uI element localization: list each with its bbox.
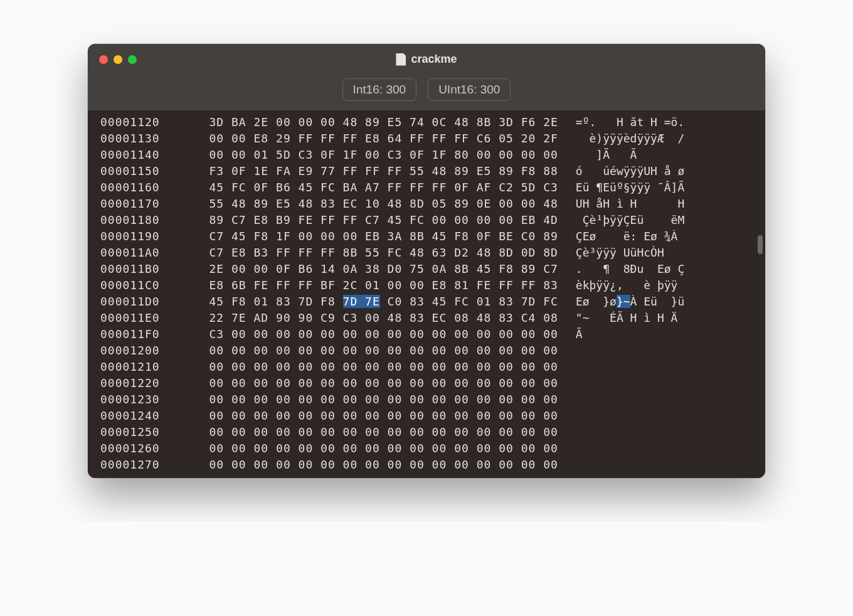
hex-row[interactable]: 00001180 89 C7 E8 B9 FE FF FF C7 45 FC 0… <box>100 212 753 228</box>
ascii-column[interactable]: Çè³ÿÿÿ UüHcÒH <box>576 245 684 261</box>
hex-bytes[interactable]: 00 00 00 00 00 00 00 00 00 00 00 00 00 0… <box>187 457 558 473</box>
ascii-column[interactable]: Ã <box>576 326 684 343</box>
int16-pill[interactable]: Int16: 300 <box>342 78 417 101</box>
hex-row[interactable]: 000011B0 2E 00 00 0F B6 14 0A 38 D0 75 0… <box>100 261 753 277</box>
hex-row[interactable]: 000011F0 C3 00 00 00 00 00 00 00 00 00 0… <box>100 326 753 343</box>
close-button[interactable] <box>99 55 108 64</box>
address: 000011B0 <box>100 261 187 277</box>
ascii-column[interactable]: ]Ã Ã <box>576 147 684 163</box>
ascii-column[interactable] <box>576 424 684 440</box>
address: 000011E0 <box>100 310 187 326</box>
hex-row[interactable]: 000011A0 C7 E8 B3 FF FF FF 8B 55 FC 48 6… <box>100 245 753 261</box>
file-icon <box>396 53 406 66</box>
hex-row[interactable]: 00001140 00 00 01 5D C3 0F 1F 00 C3 0F 1… <box>100 147 753 163</box>
hex-bytes[interactable]: 45 F8 01 83 7D F8 7D 7E C0 83 45 FC 01 8… <box>187 294 558 310</box>
hex-bytes[interactable]: C3 00 00 00 00 00 00 00 00 00 00 00 00 0… <box>187 326 558 343</box>
address: 00001260 <box>100 440 187 457</box>
hex-bytes[interactable]: C7 E8 B3 FF FF FF 8B 55 FC 48 63 D2 48 8… <box>187 245 558 261</box>
info-bar: Int16: 300 UInt16: 300 <box>342 78 511 101</box>
ascii-column[interactable] <box>576 375 684 391</box>
hex-bytes[interactable]: 00 00 00 00 00 00 00 00 00 00 00 00 00 0… <box>187 424 558 440</box>
hex-bytes[interactable]: 89 C7 E8 B9 FE FF FF C7 45 FC 00 00 00 0… <box>187 212 558 228</box>
ascii-column[interactable] <box>576 440 684 457</box>
address: 000011D0 <box>100 294 187 310</box>
address: 00001170 <box>100 196 187 212</box>
ascii-column[interactable]: Eü ¶Eüº§ÿÿÿ ¯Â]Ã <box>576 179 684 196</box>
ascii-column[interactable] <box>576 408 684 424</box>
hex-row[interactable]: 00001250 00 00 00 00 00 00 00 00 00 00 0… <box>100 424 753 440</box>
hex-bytes[interactable]: 00 00 00 00 00 00 00 00 00 00 00 00 00 0… <box>187 359 558 375</box>
address: 000011C0 <box>100 277 187 294</box>
titlebar[interactable]: crackme Int16: 300 UInt16: 300 <box>88 44 765 110</box>
hex-row[interactable]: 00001150 F3 0F 1E FA E9 77 FF FF FF 55 4… <box>100 163 753 179</box>
address: 00001140 <box>100 147 187 163</box>
hex-bytes[interactable]: 00 00 E8 29 FF FF FF E8 64 FF FF FF C6 0… <box>187 130 558 147</box>
ascii-column[interactable]: "~ ÉÃ H ì H Ä <box>576 310 684 326</box>
hex-bytes[interactable]: 22 7E AD 90 90 C9 C3 00 48 83 EC 08 48 8… <box>187 310 558 326</box>
ascii-column[interactable]: . ¶ 8Ðu Eø Ç <box>576 261 684 277</box>
hex-row[interactable]: 00001210 00 00 00 00 00 00 00 00 00 00 0… <box>100 359 753 375</box>
ascii-column[interactable]: è)ÿÿÿèdÿÿÿÆ / <box>576 130 684 147</box>
hex-bytes[interactable]: C7 45 F8 1F 00 00 00 EB 3A 8B 45 F8 0F B… <box>187 228 558 245</box>
uint16-pill[interactable]: UInt16: 300 <box>428 78 511 101</box>
hex-row[interactable]: 00001220 00 00 00 00 00 00 00 00 00 00 0… <box>100 375 753 391</box>
hex-bytes[interactable]: 2E 00 00 0F B6 14 0A 38 D0 75 0A 8B 45 F… <box>187 261 558 277</box>
hex-row[interactable]: 00001130 00 00 E8 29 FF FF FF E8 64 FF F… <box>100 130 753 147</box>
hex-content[interactable]: 00001120 3D BA 2E 00 00 00 48 89 E5 74 0… <box>88 110 765 478</box>
address: 00001200 <box>100 343 187 359</box>
ascii-column[interactable]: =º. H ăt H =ö. <box>576 114 684 130</box>
hex-bytes[interactable]: E8 6B FE FF FF BF 2C 01 00 00 E8 81 FE F… <box>187 277 558 294</box>
hex-row[interactable]: 000011E0 22 7E AD 90 90 C9 C3 00 48 83 E… <box>100 310 753 326</box>
hex-editor-window: crackme Int16: 300 UInt16: 300 00001120 … <box>88 44 765 478</box>
hex-row[interactable]: 000011C0 E8 6B FE FF FF BF 2C 01 00 00 E… <box>100 277 753 294</box>
ascii-column[interactable]: èkþÿÿ¿, è þÿÿ <box>576 277 684 294</box>
selected-ascii[interactable]: }~ <box>617 295 630 308</box>
hex-bytes[interactable]: F3 0F 1E FA E9 77 FF FF FF 55 48 89 E5 8… <box>187 163 558 179</box>
scrollbar-thumb[interactable] <box>758 235 763 254</box>
address: 00001240 <box>100 408 187 424</box>
window-title-row: crackme <box>396 53 457 66</box>
ascii-column[interactable]: ÇEø ë: Eø ¾À <box>576 228 684 245</box>
hex-row[interactable]: 00001200 00 00 00 00 00 00 00 00 00 00 0… <box>100 343 753 359</box>
address: 00001220 <box>100 375 187 391</box>
hex-bytes[interactable]: 3D BA 2E 00 00 00 48 89 E5 74 0C 48 8B 3… <box>187 114 558 130</box>
hex-bytes[interactable]: 00 00 00 00 00 00 00 00 00 00 00 00 00 0… <box>187 343 558 359</box>
address: 000011F0 <box>100 326 187 343</box>
ascii-column[interactable] <box>576 391 684 408</box>
address: 00001270 <box>100 457 187 473</box>
address: 00001120 <box>100 114 187 130</box>
minimize-button[interactable] <box>114 55 122 64</box>
hex-bytes[interactable]: 00 00 00 00 00 00 00 00 00 00 00 00 00 0… <box>187 440 558 457</box>
ascii-column[interactable] <box>576 343 684 359</box>
ascii-column[interactable] <box>576 359 684 375</box>
ascii-column[interactable]: Eø }ø}~À Eü }ü <box>576 294 684 310</box>
hex-row[interactable]: 00001160 45 FC 0F B6 45 FC BA A7 FF FF F… <box>100 179 753 196</box>
selected-byte[interactable]: 7E <box>365 295 380 308</box>
address: 00001250 <box>100 424 187 440</box>
hex-row[interactable]: 00001230 00 00 00 00 00 00 00 00 00 00 0… <box>100 391 753 408</box>
address: 00001160 <box>100 179 187 196</box>
hex-bytes[interactable]: 45 FC 0F B6 45 FC BA A7 FF FF FF 0F AF C… <box>187 179 558 196</box>
hex-bytes[interactable]: 00 00 00 00 00 00 00 00 00 00 00 00 00 0… <box>187 408 558 424</box>
hex-row[interactable]: 00001120 3D BA 2E 00 00 00 48 89 E5 74 0… <box>100 114 753 130</box>
hex-row[interactable]: 00001270 00 00 00 00 00 00 00 00 00 00 0… <box>100 457 753 473</box>
hex-row[interactable]: 00001170 55 48 89 E5 48 83 EC 10 48 8D 0… <box>100 196 753 212</box>
ascii-column[interactable]: UH åH ì H H <box>576 196 684 212</box>
hex-row[interactable]: 00001240 00 00 00 00 00 00 00 00 00 00 0… <box>100 408 753 424</box>
hex-bytes[interactable]: 55 48 89 E5 48 83 EC 10 48 8D 05 89 0E 0… <box>187 196 558 212</box>
maximize-button[interactable] <box>128 55 137 64</box>
ascii-column[interactable]: ó úéwÿÿÿUH å ø <box>576 163 684 179</box>
address: 00001130 <box>100 130 187 147</box>
hex-bytes[interactable]: 00 00 01 5D C3 0F 1F 00 C3 0F 1F 80 00 0… <box>187 147 558 163</box>
hex-bytes[interactable]: 00 00 00 00 00 00 00 00 00 00 00 00 00 0… <box>187 375 558 391</box>
ascii-column[interactable]: Çè¹þÿÿÇEü ëM <box>576 212 684 228</box>
address: 00001150 <box>100 163 187 179</box>
selected-byte[interactable]: 7D <box>343 295 366 308</box>
address: 00001180 <box>100 212 187 228</box>
hex-bytes[interactable]: 00 00 00 00 00 00 00 00 00 00 00 00 00 0… <box>187 391 558 408</box>
hex-row[interactable]: 00001190 C7 45 F8 1F 00 00 00 EB 3A 8B 4… <box>100 228 753 245</box>
ascii-column[interactable] <box>576 457 684 473</box>
hex-row[interactable]: 000011D0 45 F8 01 83 7D F8 7D 7E C0 83 4… <box>100 294 753 310</box>
hex-row[interactable]: 00001260 00 00 00 00 00 00 00 00 00 00 0… <box>100 440 753 457</box>
traffic-lights <box>99 55 137 64</box>
